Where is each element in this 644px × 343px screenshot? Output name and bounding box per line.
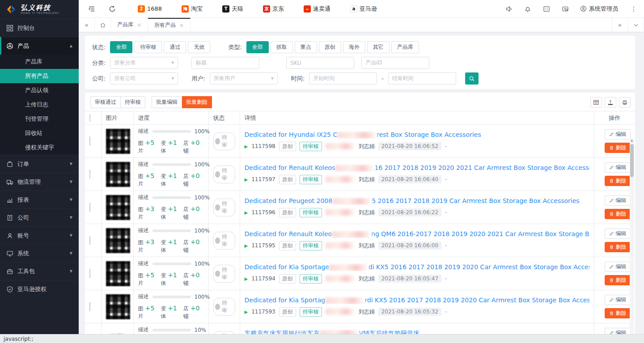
expand-play-icon[interactable]: ▶ — [245, 309, 248, 314]
home-tab-icon[interactable] — [95, 18, 111, 32]
status-filter-无效[interactable]: 无效 — [188, 41, 210, 53]
delete-button[interactable]: 删除 — [605, 308, 631, 318]
status-filter-待审核[interactable]: 待审核 — [134, 41, 162, 53]
delete-button[interactable]: 删除 — [605, 242, 631, 252]
platform-tab-天猫[interactable]: T天猫 — [212, 0, 253, 18]
status-filter-通过[interactable]: 通过 — [164, 41, 186, 53]
type-filter-原创[interactable]: 原创 — [319, 41, 341, 53]
end-time-input[interactable]: 结束时间 — [388, 72, 456, 85]
edit-button[interactable]: 编辑 — [605, 262, 631, 272]
product-thumbnail[interactable] — [106, 294, 130, 319]
sidebar-item-亚马逊授权[interactable]: 亚马逊授权 — [0, 280, 79, 298]
bulk-edit-button[interactable]: 批量编辑 — [152, 96, 182, 108]
row-checkbox[interactable] — [89, 269, 90, 278]
product-id-input[interactable]: 产品ID — [361, 57, 429, 69]
status-toggle[interactable]: 待审 — [213, 199, 235, 216]
product-thumbnail[interactable] — [106, 129, 130, 154]
product-thumbnail[interactable] — [106, 228, 130, 253]
sidebar-subitem-回收站[interactable]: 回收站 — [0, 126, 79, 140]
print-button[interactable] — [619, 97, 631, 108]
set-pending-button[interactable]: 待审核 — [121, 96, 145, 108]
company-select[interactable]: 所有公司▼ — [110, 72, 178, 85]
edit-button[interactable]: 编辑 — [605, 129, 631, 140]
tabs-scroll-left-icon[interactable]: « — [79, 18, 95, 32]
select-all-checkbox[interactable] — [89, 114, 90, 122]
edit-button[interactable]: 编辑 — [605, 195, 631, 206]
sidebar-item-订单[interactable]: 订单▼ — [0, 155, 79, 173]
user-select[interactable]: 所有用户▼ — [210, 72, 278, 85]
status-toggle[interactable]: 待审 — [213, 132, 235, 150]
product-thumbnail[interactable] — [111, 334, 123, 335]
table-scrollbar[interactable]: ▲ — [630, 138, 634, 334]
start-time-input[interactable]: 开始时间 — [309, 72, 377, 85]
announcement-icon[interactable] — [505, 5, 513, 13]
sidebar-item-系统[interactable]: 系统▼ — [0, 244, 79, 262]
status-toggle[interactable]: 待审 — [213, 298, 235, 316]
column-settings-button[interactable] — [590, 97, 602, 108]
search-button[interactable] — [465, 72, 479, 85]
sidebar-subitem-产品认领[interactable]: 产品认领 — [0, 83, 79, 97]
user-menu[interactable]: 系统管理员 — [580, 5, 618, 13]
close-icon[interactable]: × — [179, 22, 184, 29]
status-toggle[interactable]: 待审 — [213, 232, 235, 250]
sku-search-input[interactable]: SKU — [286, 57, 354, 69]
type-filter-全部[interactable]: 全部 — [246, 41, 269, 53]
sidebar-subitem-侵权关键字[interactable]: 侵权关键字 — [0, 140, 79, 155]
sidebar-subitem-刊登管理[interactable]: 刊登管理 — [0, 112, 79, 126]
sidebar-item-报表[interactable]: 报表▼ — [0, 191, 79, 208]
notification-bell-icon[interactable] — [524, 5, 532, 13]
expand-play-icon[interactable]: ▶ — [245, 144, 248, 149]
product-title-link[interactable]: Dedicated for Renault Koleos16 2017 2018… — [245, 164, 589, 172]
sidebar-item-工具包[interactable]: 工具包▼ — [0, 262, 79, 280]
product-thumbnail[interactable] — [106, 261, 130, 286]
more-options-icon[interactable]: ⋮ — [629, 5, 639, 13]
delete-button[interactable]: 删除 — [605, 275, 631, 285]
row-checkbox[interactable] — [89, 169, 90, 179]
status-toggle[interactable]: 待审 — [213, 165, 235, 183]
edit-button[interactable]: 编辑 — [605, 162, 631, 173]
product-title-link[interactable]: Dedicated for Kia Sportagrdi KX5 2016 20… — [245, 296, 589, 304]
sidebar-item-物流管理[interactable]: 物流管理▼ — [0, 173, 79, 191]
refresh-icon[interactable] — [108, 5, 116, 13]
tab-all-products[interactable]: 所有产品 × — [148, 18, 191, 32]
status-toggle[interactable]: 待审 — [213, 265, 235, 283]
expand-play-icon[interactable]: ▶ — [245, 276, 248, 281]
edit-button[interactable]: 编辑 — [605, 229, 631, 239]
type-filter-抓取[interactable]: 抓取 — [271, 41, 293, 53]
tab-product-library[interactable]: 产品库 × — [111, 18, 148, 32]
delete-button[interactable]: 删除 — [605, 176, 631, 186]
platform-tab-1688[interactable]: 21688 — [128, 0, 172, 18]
row-checkbox[interactable] — [89, 203, 90, 212]
export-button[interactable] — [605, 97, 616, 108]
tabs-menu-icon[interactable] — [628, 18, 644, 32]
tabs-scroll-right-icon[interactable]: » — [612, 18, 628, 32]
sidebar-item-账号[interactable]: 账号▼ — [0, 226, 79, 244]
bulk-delete-button[interactable]: 批量删除 — [182, 96, 212, 108]
type-filter-产品库[interactable]: 产品库 — [391, 41, 419, 53]
sidebar-subitem-产品库[interactable]: 产品库 — [0, 55, 79, 69]
product-title-link[interactable]: Dedicated for Peugeot 20085 2016 2017 20… — [245, 197, 589, 205]
sidebar-item-product[interactable]: 产品 ▲ — [0, 37, 79, 55]
delete-button[interactable]: 删除 — [605, 209, 631, 219]
close-icon[interactable]: × — [137, 22, 141, 28]
product-title-link[interactable]: Dedicated for Renault Koleong QM6 2016-2… — [245, 230, 589, 238]
platform-tab-京东[interactable]: 京京东 — [253, 0, 294, 18]
sidebar-item-dashboard[interactable]: 控制台 — [0, 19, 79, 37]
expand-play-icon[interactable]: ▶ — [245, 210, 248, 215]
sidebar-subitem-上传日志[interactable]: 上传日志 — [0, 97, 79, 112]
row-checkbox[interactable] — [89, 302, 90, 311]
product-thumbnail[interactable] — [106, 195, 130, 220]
coupon-icon[interactable] — [561, 5, 569, 13]
scroll-up-icon[interactable]: ▲ — [631, 139, 633, 142]
title-search-input[interactable]: 标题 — [191, 57, 259, 69]
product-thumbnail[interactable] — [106, 162, 130, 187]
delete-button[interactable]: 删除 — [605, 143, 631, 153]
platform-tab-淘宝[interactable]: 淘淘宝 — [172, 0, 212, 18]
approve-button[interactable]: 审核通过 — [90, 96, 121, 108]
apps-grid-icon[interactable] — [542, 5, 551, 13]
platform-tab-速卖通[interactable]: ⌣速卖通 — [294, 0, 340, 18]
menu-collapse-icon[interactable] — [88, 5, 96, 13]
edit-button[interactable]: 编辑 — [605, 328, 631, 334]
sidebar-subitem-所有产品[interactable]: 所有产品 — [0, 69, 79, 83]
product-title-link[interactable]: Dedicated for Hyundai IX25 Crest Box Sto… — [245, 131, 589, 139]
